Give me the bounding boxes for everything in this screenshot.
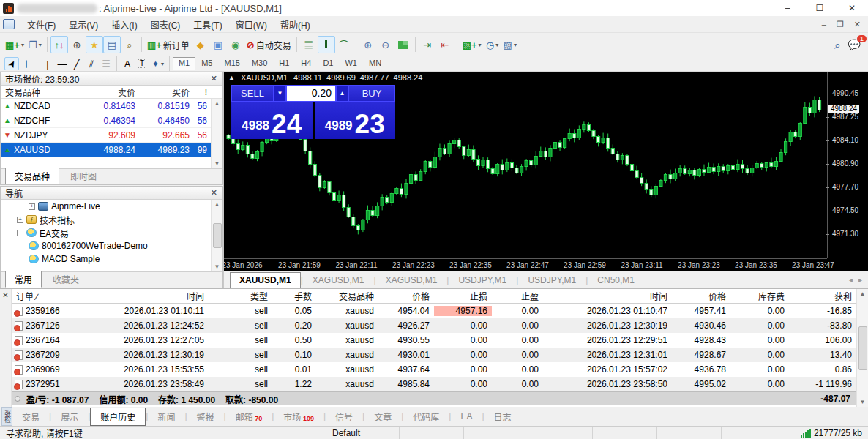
timeframe-D1[interactable]: D1 [317, 57, 339, 70]
timeframe-H4[interactable]: H4 [295, 57, 317, 70]
market-watch-scrollbar[interactable]: ▲▼ [211, 99, 222, 168]
market-watch-toggle[interactable]: ↑↓ [50, 36, 68, 53]
orders-col-0[interactable]: 订单 ∕ [12, 290, 84, 302]
market-watch-tab-交易品种[interactable]: 交易品种 [5, 168, 59, 184]
navigator-item-Aiprime-Live[interactable]: +Aiprime-Live [1, 200, 222, 213]
crosshair-tool[interactable]: ＋ [19, 57, 34, 70]
expand-toggle-icon[interactable]: + [17, 217, 23, 223]
indicators-button[interactable]: ▧+▾ [460, 36, 484, 53]
market-watch-row-NZDCAD[interactable]: ▲NZDCAD0.814630.8151956 [1, 99, 222, 113]
terminal-toggle[interactable]: ▤ [103, 36, 121, 53]
label-tool[interactable]: T [135, 57, 149, 70]
templates-button[interactable]: ▨▾ [501, 36, 519, 53]
navigator-item-MACD Sample[interactable]: MACD Sample [1, 252, 222, 266]
chart-tab-scroll-arrows[interactable]: ◂▸ [849, 276, 868, 284]
buy-price[interactable]: 498923 [315, 102, 396, 139]
terminal-tab-展示[interactable]: 展示 [51, 408, 88, 426]
navigator-item-800162700WeTrade-Demo[interactable]: 800162700WeTrade-Demo [1, 239, 222, 252]
tile-windows-button[interactable] [394, 36, 412, 53]
terminal-tab-EA[interactable]: EA [451, 408, 482, 424]
menu-item-图表C[interactable]: 图表(C) [144, 16, 187, 33]
market-watch-row-NZDCHF[interactable]: ▲NZDCHF0.463940.4645056 [1, 113, 222, 128]
timeframe-MN[interactable]: MN [363, 57, 387, 70]
menu-item-文件F[interactable]: 文件(F) [20, 16, 62, 33]
market-watch-close-icon[interactable]: ✕ [209, 74, 220, 83]
order-row-2367164[interactable]: 23671642026.01.23 12:27:05sell0.50xauusd… [12, 333, 868, 348]
orders-col-4[interactable]: 交易品种 [316, 290, 378, 302]
new-chart-button[interactable]: ▦+▾ [3, 36, 26, 53]
menu-item-窗口W[interactable]: 窗口(W) [229, 16, 274, 33]
new-order-button[interactable]: ▥+新订单 [145, 36, 192, 53]
notifications-button[interactable]: 💬1 [848, 40, 861, 50]
order-row-2369069[interactable]: 23690692026.01.23 15:53:55sell0.01xauusd… [12, 362, 868, 377]
terminal-tab-日志[interactable]: 日志 [484, 408, 521, 426]
expand-toggle-icon[interactable]: + [29, 203, 35, 210]
mdi-minimize-icon[interactable]: – [822, 20, 826, 29]
data-window-button[interactable]: ⊕ [68, 36, 86, 53]
timeframe-M15[interactable]: M15 [218, 57, 245, 70]
order-row-2367126[interactable]: 23671262026.01.23 12:24:52sell0.20xauusd… [12, 318, 868, 333]
orders-col-9[interactable]: 价格 [672, 290, 730, 302]
navigator-toggle[interactable]: ★ [86, 36, 103, 53]
timeframe-H1[interactable]: H1 [273, 57, 295, 70]
orders-col-8[interactable]: 时间 [543, 290, 672, 302]
oct-collapse-icon[interactable]: ▲ [228, 74, 235, 81]
menu-item-插入I[interactable]: 插入(I) [105, 16, 143, 33]
navigator-tab-收藏夹[interactable]: 收藏夹 [43, 271, 89, 288]
orders-col-11[interactable]: 获利 [789, 290, 856, 302]
text-tool[interactable]: A [120, 57, 135, 70]
orders-col-1[interactable]: 时间 [84, 290, 209, 302]
bar-chart-button[interactable]: 𝄛 [300, 36, 318, 53]
profiles-button[interactable]: ❐▾ [26, 36, 44, 53]
order-row-2359166[interactable]: 23591662026.01.23 01:10:11sell0.05xauusd… [12, 304, 868, 318]
volume-increase-button[interactable]: ▲ [336, 85, 348, 102]
candlestick-chart-button[interactable] [318, 36, 335, 53]
sell-price[interactable]: 498824 [231, 102, 313, 139]
signals-radar-button[interactable]: ◉ [227, 36, 244, 53]
metaeditor-button[interactable]: ◆ [192, 36, 209, 53]
cursor-tool[interactable]: ➤ [4, 57, 19, 70]
market-watch-tab-即时图[interactable]: 即时图 [61, 168, 106, 184]
chart-tab-3[interactable]: USDJPY,M1 [449, 272, 516, 288]
navigator-item-技术指标[interactable]: +f技术指标 [1, 213, 222, 226]
orders-col-6[interactable]: 止损 [434, 290, 492, 302]
timeframe-M1[interactable]: M1 [173, 57, 195, 70]
menu-item-帮助H[interactable]: 帮助(H) [274, 16, 317, 33]
navigator-scrollbar[interactable]: ▲▼ [211, 200, 222, 271]
expand-toggle-icon[interactable]: - [17, 230, 23, 236]
terminal-tab-信号[interactable]: 信号 [326, 408, 362, 426]
vertical-line-tool[interactable]: | [40, 57, 55, 70]
search-icon[interactable]: ⌕ [834, 40, 840, 50]
terminal-tab-文章[interactable]: 文章 [364, 408, 401, 426]
zoom-in-button[interactable]: ⊕ [359, 36, 377, 53]
chart-shift-button[interactable]: ⇤ [436, 36, 454, 53]
terminal-tab-新闻[interactable]: 新闻 [148, 408, 184, 426]
periods-button[interactable]: ◷▾ [484, 36, 501, 53]
navigator-close-icon[interactable]: ✕ [209, 188, 220, 198]
terminal-tab-交易[interactable]: 交易 [12, 408, 49, 426]
timeframe-W1[interactable]: W1 [339, 57, 363, 70]
order-row-2372951[interactable]: 23729512026.01.23 23:58:49sell1.22xauusd… [12, 377, 868, 391]
terminal-tab-代码库[interactable]: 代码库 [403, 408, 449, 426]
minimize-icon[interactable]: – [771, 0, 804, 16]
market-watch-row-XAUUSD[interactable]: ▲XAUUSD4988.244989.2399 [1, 143, 222, 157]
orders-col-7[interactable]: 止盈 [492, 290, 543, 302]
horizontal-line-tool[interactable]: — [55, 57, 70, 70]
terminal-tab-警报[interactable]: 警报 [187, 408, 224, 426]
menu-item-显示V[interactable]: 显示(V) [62, 16, 105, 33]
maximize-icon[interactable]: ☐ [804, 0, 836, 16]
arrows-tool[interactable]: ✦▾ [149, 57, 166, 70]
terminal-tab-账户历史[interactable]: 账户历史 [90, 408, 146, 426]
timeframe-M5[interactable]: M5 [195, 57, 218, 70]
orders-col-3[interactable]: 手数 [272, 290, 316, 302]
close-icon[interactable]: ✕ [836, 0, 868, 16]
volume-input[interactable]: 0.20 [286, 85, 336, 102]
chart-tab-0[interactable]: XAUUSD,M1 [230, 272, 301, 288]
line-chart-button[interactable]: ⌒ [335, 36, 353, 53]
order-row-2367209[interactable]: 23672092026.01.23 12:30:19sell0.10xauusd… [12, 348, 868, 362]
chart-tab-2[interactable]: XAGUSD,M1 [376, 272, 447, 288]
mdi-close-icon[interactable]: ✕ [854, 20, 861, 29]
mdi-restore-icon[interactable]: ❐ [837, 20, 844, 29]
terminal-tab-市场[interactable]: 市场 109 [274, 408, 323, 426]
orders-col-2[interactable]: 类型 [209, 290, 272, 302]
